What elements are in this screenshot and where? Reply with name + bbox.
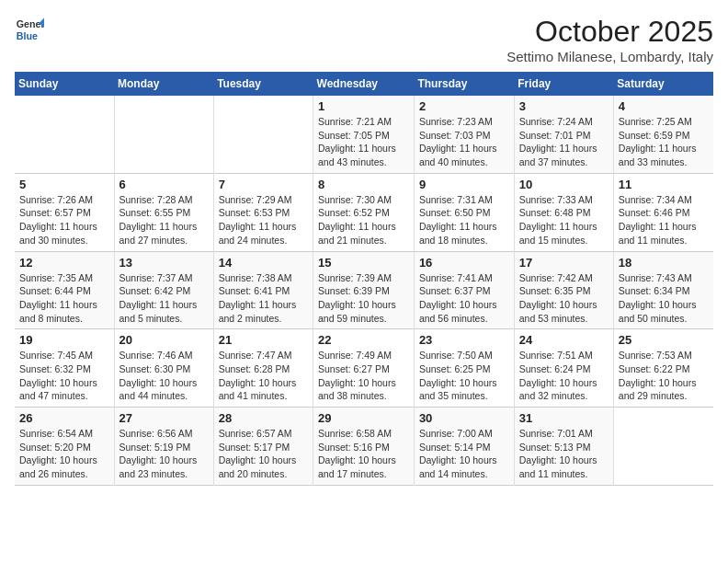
day-number: 31 (519, 411, 609, 425)
day-info: Sunrise: 7:28 AM Sunset: 6:55 PM Dayligh… (119, 193, 209, 247)
header-tuesday: Tuesday (213, 72, 313, 96)
day-number: 4 (619, 99, 709, 113)
table-row: 9Sunrise: 7:31 AM Sunset: 6:50 PM Daylig… (414, 173, 514, 251)
table-row: 7Sunrise: 7:29 AM Sunset: 6:53 PM Daylig… (213, 173, 313, 251)
day-number: 3 (519, 99, 609, 113)
day-info: Sunrise: 6:54 AM Sunset: 5:20 PM Dayligh… (19, 427, 109, 481)
day-number: 5 (19, 178, 109, 191)
day-number: 22 (318, 333, 409, 347)
day-number: 12 (19, 256, 109, 270)
calendar-week-row: 19Sunrise: 7:45 AM Sunset: 6:32 PM Dayli… (15, 329, 713, 408)
calendar-table: Sunday Monday Tuesday Wednesday Thursday… (15, 72, 713, 486)
day-info: Sunrise: 6:58 AM Sunset: 5:16 PM Dayligh… (318, 427, 409, 481)
day-info: Sunrise: 7:39 AM Sunset: 6:39 PM Dayligh… (318, 271, 409, 326)
day-info: Sunrise: 7:31 AM Sunset: 6:50 PM Dayligh… (419, 193, 509, 247)
table-row: 12Sunrise: 7:35 AM Sunset: 6:44 PM Dayli… (15, 251, 114, 329)
calendar-week-row: 1Sunrise: 7:21 AM Sunset: 7:05 PM Daylig… (15, 96, 713, 173)
table-row (114, 96, 213, 173)
calendar-week-row: 5Sunrise: 7:26 AM Sunset: 6:57 PM Daylig… (15, 173, 713, 251)
day-number: 25 (619, 333, 709, 347)
day-info: Sunrise: 7:46 AM Sunset: 6:30 PM Dayligh… (119, 349, 209, 403)
day-number: 8 (318, 178, 409, 191)
header-saturday: Saturday (613, 72, 713, 96)
table-row: 18Sunrise: 7:43 AM Sunset: 6:34 PM Dayli… (613, 251, 713, 329)
table-row: 10Sunrise: 7:33 AM Sunset: 6:48 PM Dayli… (514, 173, 613, 251)
day-info: Sunrise: 7:53 AM Sunset: 6:22 PM Dayligh… (619, 349, 709, 403)
day-number: 9 (419, 178, 509, 191)
svg-text:General: General (17, 18, 44, 29)
table-row: 29Sunrise: 6:58 AM Sunset: 5:16 PM Dayli… (313, 408, 415, 486)
calendar-week-row: 26Sunrise: 6:54 AM Sunset: 5:20 PM Dayli… (15, 408, 713, 486)
svg-text:Blue: Blue (17, 30, 38, 41)
day-number: 2 (419, 99, 509, 113)
table-row: 3Sunrise: 7:24 AM Sunset: 7:01 PM Daylig… (514, 96, 613, 173)
weekday-header-row: Sunday Monday Tuesday Wednesday Thursday… (15, 72, 713, 96)
day-number: 16 (419, 256, 509, 270)
table-row (213, 96, 313, 173)
day-number: 23 (419, 333, 509, 347)
table-row: 14Sunrise: 7:38 AM Sunset: 6:41 PM Dayli… (213, 251, 313, 329)
table-row: 6Sunrise: 7:28 AM Sunset: 6:55 PM Daylig… (114, 173, 213, 251)
logo: General Blue (15, 15, 44, 44)
table-row: 15Sunrise: 7:39 AM Sunset: 6:39 PM Dayli… (313, 251, 415, 329)
calendar-title: October 2025 (506, 15, 713, 49)
header-monday: Monday (114, 72, 213, 96)
day-number: 6 (119, 178, 209, 191)
table-row: 2Sunrise: 7:23 AM Sunset: 7:03 PM Daylig… (414, 96, 514, 173)
day-number: 17 (519, 256, 609, 270)
table-row: 16Sunrise: 7:41 AM Sunset: 6:37 PM Dayli… (414, 251, 514, 329)
table-row: 25Sunrise: 7:53 AM Sunset: 6:22 PM Dayli… (613, 329, 713, 408)
day-info: Sunrise: 7:51 AM Sunset: 6:24 PM Dayligh… (519, 349, 609, 403)
day-number: 21 (219, 333, 308, 347)
calendar-subtitle: Settimo Milanese, Lombardy, Italy (506, 49, 713, 64)
table-row: 23Sunrise: 7:50 AM Sunset: 6:25 PM Dayli… (414, 329, 514, 408)
table-row: 27Sunrise: 6:56 AM Sunset: 5:19 PM Dayli… (114, 408, 213, 486)
table-row (613, 408, 713, 486)
day-info: Sunrise: 7:23 AM Sunset: 7:03 PM Dayligh… (419, 115, 509, 169)
day-info: Sunrise: 7:01 AM Sunset: 5:13 PM Dayligh… (519, 427, 609, 481)
day-info: Sunrise: 7:47 AM Sunset: 6:28 PM Dayligh… (219, 349, 308, 403)
day-number: 24 (519, 333, 609, 347)
day-info: Sunrise: 7:49 AM Sunset: 6:27 PM Dayligh… (318, 349, 409, 403)
table-row: 21Sunrise: 7:47 AM Sunset: 6:28 PM Dayli… (213, 329, 313, 408)
header-sunday: Sunday (15, 72, 114, 96)
day-info: Sunrise: 7:26 AM Sunset: 6:57 PM Dayligh… (19, 193, 109, 247)
day-number: 14 (219, 256, 308, 270)
page-header: General Blue October 2025 Settimo Milane… (15, 15, 713, 64)
table-row: 13Sunrise: 7:37 AM Sunset: 6:42 PM Dayli… (114, 251, 213, 329)
table-row (15, 96, 114, 173)
day-number: 19 (19, 333, 109, 347)
table-row: 28Sunrise: 6:57 AM Sunset: 5:17 PM Dayli… (213, 408, 313, 486)
day-info: Sunrise: 7:24 AM Sunset: 7:01 PM Dayligh… (519, 115, 609, 169)
day-info: Sunrise: 7:34 AM Sunset: 6:46 PM Dayligh… (619, 193, 709, 247)
day-number: 18 (619, 256, 709, 270)
day-info: Sunrise: 7:50 AM Sunset: 6:25 PM Dayligh… (419, 349, 509, 403)
title-block: October 2025 Settimo Milanese, Lombardy,… (506, 15, 713, 64)
day-number: 20 (119, 333, 209, 347)
header-thursday: Thursday (414, 72, 514, 96)
day-info: Sunrise: 7:00 AM Sunset: 5:14 PM Dayligh… (419, 427, 509, 481)
day-info: Sunrise: 6:56 AM Sunset: 5:19 PM Dayligh… (119, 427, 209, 481)
day-number: 1 (318, 99, 409, 113)
day-info: Sunrise: 6:57 AM Sunset: 5:17 PM Dayligh… (219, 427, 308, 481)
header-wednesday: Wednesday (313, 72, 415, 96)
day-info: Sunrise: 7:30 AM Sunset: 6:52 PM Dayligh… (318, 193, 409, 247)
day-info: Sunrise: 7:35 AM Sunset: 6:44 PM Dayligh… (19, 271, 109, 326)
logo-icon: General Blue (15, 15, 44, 44)
table-row: 20Sunrise: 7:46 AM Sunset: 6:30 PM Dayli… (114, 329, 213, 408)
day-number: 15 (318, 256, 409, 270)
day-info: Sunrise: 7:25 AM Sunset: 6:59 PM Dayligh… (619, 115, 709, 169)
table-row: 24Sunrise: 7:51 AM Sunset: 6:24 PM Dayli… (514, 329, 613, 408)
day-number: 26 (19, 411, 109, 425)
day-info: Sunrise: 7:29 AM Sunset: 6:53 PM Dayligh… (219, 193, 308, 247)
day-number: 28 (219, 411, 308, 425)
header-friday: Friday (514, 72, 613, 96)
day-number: 10 (519, 178, 609, 191)
day-info: Sunrise: 7:33 AM Sunset: 6:48 PM Dayligh… (519, 193, 609, 247)
day-number: 7 (219, 178, 308, 191)
day-info: Sunrise: 7:45 AM Sunset: 6:32 PM Dayligh… (19, 349, 109, 403)
day-info: Sunrise: 7:38 AM Sunset: 6:41 PM Dayligh… (219, 271, 308, 326)
day-info: Sunrise: 7:37 AM Sunset: 6:42 PM Dayligh… (119, 271, 209, 326)
day-number: 13 (119, 256, 209, 270)
table-row: 22Sunrise: 7:49 AM Sunset: 6:27 PM Dayli… (313, 329, 415, 408)
